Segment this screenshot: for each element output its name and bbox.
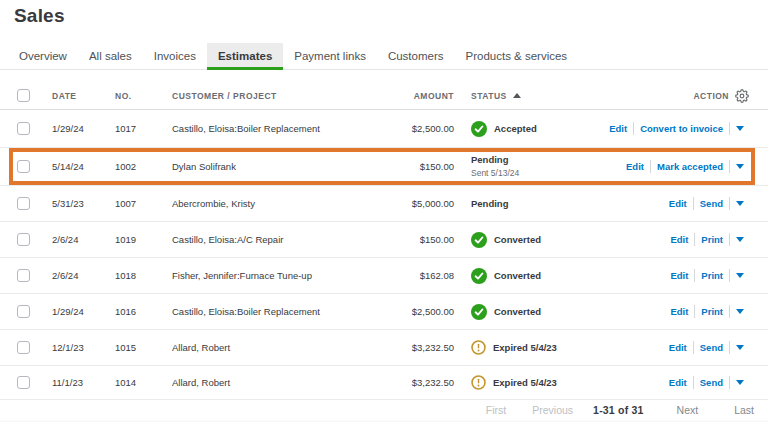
convert-to-invoice-action-link[interactable]: Convert to invoice [640,123,723,134]
row-checkbox[interactable] [17,269,30,282]
action-dropdown-caret-icon[interactable] [736,164,744,169]
action-separator [650,160,651,173]
warning-circle-icon [471,340,486,355]
action-dropdown-caret-icon[interactable] [736,380,744,385]
status-sub-label: Sent 5/13/24 [471,167,519,179]
table-row[interactable]: 5/31/23 1007 Abercrombie, Kristy $5,000.… [0,186,768,222]
row-checkbox[interactable] [17,197,30,210]
cell-date: 1/29/24 [52,123,115,134]
tab-invoices[interactable]: Invoices [143,43,207,69]
print-action-link[interactable]: Print [701,306,723,317]
cell-status: Converted [471,232,591,248]
pagination-last[interactable]: Last [734,404,754,416]
cell-status: Converted [471,304,591,320]
action-separator [729,269,730,282]
table-row[interactable]: 1/29/24 1016 Castillo, Eloisa:Boiler Rep… [0,294,768,330]
status-label: Accepted [494,122,537,136]
select-all-checkbox[interactable] [17,89,30,102]
action-separator [729,160,730,173]
column-header-customer[interactable]: CUSTOMER / PROJECT [172,91,364,101]
pagination-next[interactable]: Next [677,404,699,416]
cell-customer: Castillo, Eloisa:Boiler Replacement [172,306,364,317]
page-title: Sales [14,5,768,27]
gear-icon[interactable] [735,89,749,103]
tab-overview[interactable]: Overview [8,43,78,69]
table-row[interactable]: 2/6/24 1019 Castillo, Eloisa:A/C Repair … [0,222,768,258]
cell-amount: $3,232.50 [364,342,454,353]
row-checkbox[interactable] [17,233,30,246]
row-checkbox[interactable] [17,305,30,318]
send-action-link[interactable]: Send [700,198,723,209]
row-checkbox[interactable] [17,376,30,389]
tab-payment-links[interactable]: Payment links [283,43,377,69]
action-separator [729,341,730,354]
tab-estimates[interactable]: Estimates [207,43,283,69]
table-row[interactable]: 12/1/23 1015 Allard, Robert $3,232.50 Ex… [0,330,768,366]
status-header-label: STATUS [471,91,507,101]
column-header-date[interactable]: DATE [52,91,115,101]
column-header-amount[interactable]: AMOUNT [364,91,454,101]
cell-customer: Abercrombie, Kristy [172,198,364,209]
table-row[interactable]: 11/1/23 1014 Allard, Robert $3,232.50 Ex… [0,366,768,400]
action-separator [729,197,730,210]
cell-action: EditSend [591,341,768,354]
table-row[interactable]: 1/29/24 1017 Castillo, Eloisa:Boiler Rep… [0,110,768,148]
edit-action-link[interactable]: Edit [626,161,644,172]
edit-action-link[interactable]: Edit [670,234,688,245]
action-dropdown-caret-icon[interactable] [736,345,744,350]
action-separator [693,341,694,354]
cell-action: EditSend [591,197,768,210]
action-dropdown-caret-icon[interactable] [736,237,744,242]
cell-customer: Dylan Solifrank [172,161,364,172]
cell-no: 1015 [115,342,172,353]
send-action-link[interactable]: Send [700,342,723,353]
row-checkbox[interactable] [17,160,30,173]
table-row[interactable]: 2/6/24 1018 Fisher, Jennifer:Furnace Tun… [0,258,768,294]
action-dropdown-caret-icon[interactable] [736,309,744,314]
action-dropdown-caret-icon[interactable] [736,126,744,131]
edit-action-link[interactable]: Edit [670,306,688,317]
row-checkbox[interactable] [17,341,30,354]
action-separator [729,305,730,318]
tab-customers[interactable]: Customers [377,43,455,69]
cell-customer: Allard, Robert [172,342,364,353]
action-separator [693,376,694,389]
status-label: Expired 5/4/23 [493,341,557,355]
cell-action: EditSend [591,376,768,389]
action-separator [694,269,695,282]
row-checkbox[interactable] [17,122,30,135]
table-body: 1/29/24 1017 Castillo, Eloisa:Boiler Rep… [0,110,768,400]
edit-action-link[interactable]: Edit [669,377,687,388]
check-circle-icon [471,304,487,320]
table-row[interactable]: 5/14/24 1002 Dylan Solifrank $150.00 Pen… [0,148,768,186]
edit-action-link[interactable]: Edit [669,342,687,353]
check-circle-icon [471,121,487,137]
cell-amount: $150.00 [364,234,454,245]
tab-products-services[interactable]: Products & services [455,43,579,69]
cell-date: 5/31/23 [52,198,115,209]
column-header-no[interactable]: NO. [115,91,172,101]
cell-no: 1017 [115,123,172,134]
edit-action-link[interactable]: Edit [609,123,627,134]
edit-action-link[interactable]: Edit [669,198,687,209]
mark-accepted-action-link[interactable]: Mark accepted [657,161,723,172]
send-action-link[interactable]: Send [700,377,723,388]
cell-status: Converted [471,268,591,284]
cell-no: 1014 [115,377,172,388]
pagination: FirstPrevious1-31 of 31NextLast [0,400,768,420]
cell-action: EditPrint [591,233,768,246]
cell-status: Expired 5/4/23 [471,340,591,355]
tab-all-sales[interactable]: All sales [78,43,143,69]
action-dropdown-caret-icon[interactable] [736,273,744,278]
cell-no: 1018 [115,270,172,281]
action-separator [729,233,730,246]
column-header-action: ACTION [591,89,768,103]
action-separator [693,197,694,210]
cell-status: Pending [471,197,591,211]
print-action-link[interactable]: Print [701,234,723,245]
column-header-status[interactable]: STATUS [471,91,591,101]
action-dropdown-caret-icon[interactable] [736,201,744,206]
cell-amount: $150.00 [364,161,454,172]
print-action-link[interactable]: Print [701,270,723,281]
edit-action-link[interactable]: Edit [670,270,688,281]
